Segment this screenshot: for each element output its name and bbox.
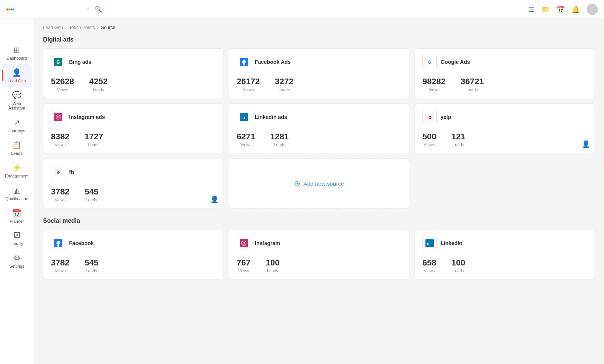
leads-label-fb: Leads	[85, 197, 99, 202]
card-name-facebook-ads: Facebook Ads	[255, 59, 291, 65]
svg-point-0	[6, 8, 8, 10]
svg-text:⚙: ⚙	[428, 116, 431, 120]
card-name-linkedin-sm: LinkedIn	[441, 240, 462, 246]
leads-value-linkedin-ads: 1281	[270, 132, 289, 142]
library-icon: 🖼	[13, 231, 21, 240]
card-name-linkedin-ads: Linkedin ads	[255, 114, 287, 120]
sidebar-item-qualification[interactable]: ◭Qualification	[2, 182, 32, 205]
source-card-bing-ads[interactable]: B Bing ads 52628 Views 4252 Leads	[43, 48, 223, 98]
views-label-facebook-ads: Views	[237, 87, 260, 92]
leads-label-facebook-sm: Leads	[85, 268, 99, 273]
active-indicator	[2, 70, 3, 81]
leads-value-fb: 545	[85, 187, 99, 197]
leads-label-linkedin-ads: Leads	[270, 142, 289, 147]
source-card-fb[interactable]: 🗑 ⚙ fb 3782 Views 545 Leads 👤	[43, 159, 223, 208]
card-stats-facebook-sm: 3782 Views 545 Leads	[51, 258, 216, 273]
leads-value-linkedin-sm: 100	[451, 258, 465, 268]
card-header-instagram-sm: Instagram	[237, 236, 401, 250]
leads-value-bing-ads: 4252	[89, 77, 108, 86]
add-icon[interactable]: +	[86, 5, 90, 13]
card-name-google-ads: Google Ads	[441, 59, 470, 65]
add-source-card[interactable]: ⊕ Add new source	[229, 159, 409, 208]
views-label-linkedin-sm: Views	[422, 268, 436, 273]
sidebar-item-engagement[interactable]: ⚡Engagement	[2, 159, 32, 182]
planner-icon: 📅	[12, 208, 22, 217]
card-stats-fb: 3782 Views 545 Leads	[51, 187, 216, 202]
svg-text:⚙: ⚙	[57, 171, 60, 175]
list-view-icon[interactable]: ☰	[528, 5, 535, 14]
leads-icon: 📋	[12, 140, 22, 150]
card-name-instagram-ads: Instagram ads	[69, 114, 105, 120]
sidebar-item-leads[interactable]: 📋Leads	[2, 137, 32, 159]
dashboard-icon: ⊞	[14, 45, 20, 54]
settings-icon: ⚙	[14, 253, 20, 262]
stat-leads-bing-ads: 4252 Leads	[89, 77, 108, 92]
section-digital-ads: Digital ads B Bing ads 52628 Views 4252 …	[43, 36, 595, 208]
user-icon-yelp: 👤	[582, 140, 590, 148]
leads-value-facebook-ads: 3272	[275, 77, 293, 86]
sidebar-label-lead-gen: Lead Gen	[8, 79, 26, 83]
sidebar-item-lead-gen[interactable]: 👤Lead Gen	[2, 64, 32, 87]
breadcrumb-lead-gen[interactable]: Lead Gen	[43, 25, 63, 30]
svg-point-3	[12, 8, 14, 10]
topbar-actions: ☰ 📁 📅 🔔	[522, 4, 598, 15]
breadcrumb-touch-points[interactable]: Touch Points	[69, 25, 95, 30]
sidebar-item-settings[interactable]: ⚙Settings	[2, 250, 32, 272]
stat-views-linkedin-ads: 6271 Views	[237, 132, 255, 147]
sections-container: Digital ads B Bing ads 52628 Views 4252 …	[43, 36, 595, 279]
zoho-logo-icon	[6, 6, 18, 13]
card-stats-yelp: 500 Views 121 Leads	[422, 132, 587, 147]
sidebar-item-library[interactable]: 🖼Library	[2, 227, 32, 250]
section-social-media: Social media Facebook 3782 Views 545 Lea…	[43, 217, 595, 279]
section-title-social-media: Social media	[43, 217, 595, 224]
topbar: + 🔍 ☰ 📁 📅 🔔	[0, 0, 604, 19]
card-name-bing-ads: Bing ads	[69, 59, 91, 65]
views-value-bing-ads: 52628	[51, 77, 74, 86]
card-header-linkedin-ads: in Linkedin ads	[237, 110, 401, 124]
card-stats-google-ads: 98282 Views 36721 Leads	[422, 77, 587, 92]
card-icon-bing-ads: B	[51, 55, 65, 69]
stat-leads-linkedin-sm: 100 Leads	[451, 258, 465, 273]
views-label-instagram-ads: Views	[51, 142, 69, 147]
bell-icon[interactable]: 🔔	[572, 5, 580, 14]
sidebar-item-journeys[interactable]: ↗Journeys	[2, 114, 32, 137]
svg-rect-22	[240, 239, 248, 247]
source-card-instagram-sm[interactable]: Instagram 767 Views 100 Leads	[229, 230, 409, 279]
leads-label-google-ads: Leads	[461, 87, 484, 92]
source-card-yelp[interactable]: 🗑 ⚙ yelp 500 Views 121 Leads 👤	[414, 103, 595, 153]
views-value-facebook-ads: 26172	[237, 77, 260, 86]
sidebar-item-dashboard[interactable]: ⊞Dashboard	[2, 42, 32, 64]
sidebar-item-planner[interactable]: 📅Planner	[2, 205, 32, 227]
svg-rect-10	[54, 113, 62, 121]
views-label-google-ads: Views	[422, 87, 445, 92]
stat-leads-instagram-ads: 1727 Leads	[85, 132, 103, 147]
brand	[6, 6, 82, 13]
source-card-google-ads[interactable]: G Google Ads 98282 Views 36721 Leads	[414, 48, 595, 98]
svg-point-25	[245, 241, 246, 242]
folder-icon[interactable]: 📁	[541, 5, 550, 14]
source-card-linkedin-ads[interactable]: in Linkedin ads 6271 Views 1281 Leads	[229, 103, 409, 153]
stat-views-facebook-sm: 3782 Views	[51, 258, 69, 273]
views-value-google-ads: 98282	[422, 77, 445, 86]
sidebar-label-dashboard: Dashboard	[7, 56, 27, 60]
source-card-facebook-ads[interactable]: Facebook Ads 26172 Views 3272 Leads	[229, 48, 409, 98]
source-card-linkedin-sm[interactable]: in LinkedIn 658 Views 100 Leads	[414, 230, 595, 279]
leads-label-instagram-sm: Leads	[266, 268, 280, 273]
sidebar-item-web-assistant[interactable]: 💬Web Assistant	[2, 87, 32, 114]
stat-leads-google-ads: 36721 Leads	[461, 77, 484, 92]
stat-leads-linkedin-ads: 1281 Leads	[270, 132, 289, 147]
main-content: Lead Gen › Touch Points › Source Digital…	[34, 19, 604, 364]
leads-value-facebook-sm: 545	[85, 258, 99, 268]
source-card-facebook-sm[interactable]: Facebook 3782 Views 545 Leads	[43, 230, 223, 279]
search-icon[interactable]: 🔍	[95, 6, 102, 13]
views-label-bing-ads: Views	[51, 87, 74, 92]
stat-leads-facebook-ads: 3272 Leads	[275, 77, 293, 92]
source-card-instagram-ads[interactable]: Instagram ads 8382 Views 1727 Leads	[43, 103, 223, 153]
sidebar-label-library: Library	[11, 241, 23, 246]
card-header-google-ads: G Google Ads	[422, 55, 587, 69]
user-avatar[interactable]	[587, 4, 598, 15]
cards-grid-social-media: Facebook 3782 Views 545 Leads Instagram	[43, 230, 595, 279]
stat-views-facebook-ads: 26172 Views	[237, 77, 260, 92]
calendar-icon[interactable]: 📅	[556, 5, 565, 14]
views-label-facebook-sm: Views	[51, 268, 69, 273]
